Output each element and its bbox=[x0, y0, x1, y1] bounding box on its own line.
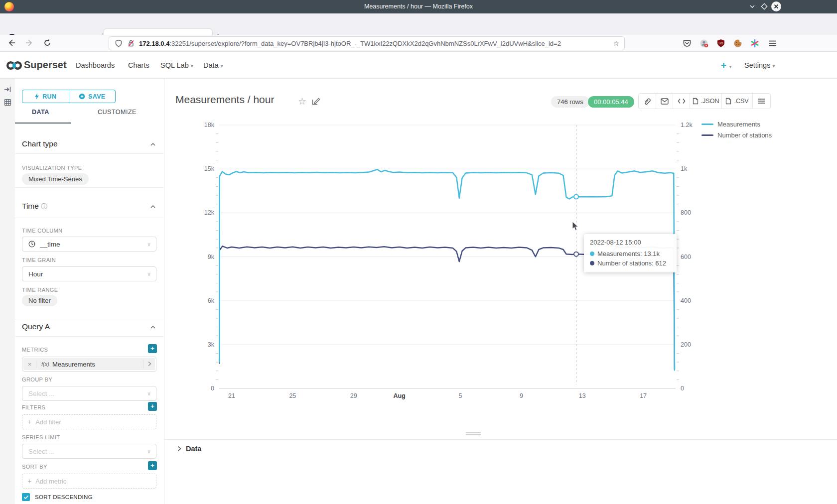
insecure-lock-icon[interactable] bbox=[127, 39, 135, 47]
svg-text:1k: 1k bbox=[681, 165, 688, 172]
svg-text:17: 17 bbox=[640, 392, 647, 399]
nav-sql-lab[interactable]: SQL Lab ▾ bbox=[160, 61, 193, 69]
tooltip-timestamp: 2022-08-12 15:00 bbox=[590, 239, 671, 246]
bookmark-star-icon[interactable]: ☆ bbox=[613, 39, 619, 47]
tab-data[interactable]: DATA bbox=[32, 109, 49, 116]
resize-drag-handle[interactable] bbox=[466, 432, 481, 436]
time-column-label: TIME COLUMN bbox=[22, 228, 62, 234]
time-column-select[interactable]: __time ∨ bbox=[22, 237, 156, 252]
svg-text:6k: 6k bbox=[208, 297, 215, 304]
superset-brand[interactable]: Superset bbox=[24, 59, 67, 71]
metric-item[interactable]: × f(x) Measurements bbox=[22, 357, 156, 372]
data-section-toggle[interactable]: Data bbox=[177, 445, 201, 453]
nav-dashboards[interactable]: Dashboards bbox=[76, 61, 115, 69]
svg-text:21: 21 bbox=[228, 392, 235, 399]
control-panel: RUN SAVE DATA CUSTOMIZE Chart type VISUA… bbox=[15, 79, 164, 504]
chevron-down-icon: ∨ bbox=[147, 390, 151, 397]
active-tab-underline bbox=[15, 123, 71, 124]
expand-panel-icon[interactable] bbox=[4, 86, 11, 93]
time-range-pill[interactable]: No filter bbox=[22, 295, 57, 306]
chevron-down-icon: ∨ bbox=[147, 271, 151, 277]
remove-metric-icon[interactable]: × bbox=[23, 361, 36, 368]
nav-charts[interactable]: Charts bbox=[128, 61, 149, 69]
chevron-down-icon: ∨ bbox=[147, 448, 151, 455]
bolt-icon bbox=[34, 93, 39, 100]
maximize-button[interactable] bbox=[759, 1, 769, 11]
add-filter-plus-button[interactable]: + bbox=[148, 402, 157, 411]
nav-data[interactable]: Data ▾ bbox=[203, 61, 223, 69]
add-metric-plus-button[interactable]: + bbox=[148, 344, 157, 353]
svg-text:29: 29 bbox=[350, 392, 357, 399]
run-save-group: RUN SAVE bbox=[22, 90, 116, 103]
group-by-select[interactable]: Select ... ∨ bbox=[22, 386, 156, 401]
info-icon: ⓘ bbox=[41, 203, 47, 210]
save-button[interactable]: SAVE bbox=[69, 90, 116, 103]
sort-descending-checkbox[interactable] bbox=[22, 493, 30, 501]
add-sort-metric-dropzone[interactable]: + Add metric bbox=[22, 474, 156, 489]
dataset-grid-icon[interactable] bbox=[4, 99, 11, 106]
svg-text:5: 5 bbox=[458, 392, 462, 399]
chevron-right-icon[interactable] bbox=[143, 360, 155, 369]
sort-descending-row: SORT DESCENDING bbox=[22, 493, 93, 501]
sort-by-label: SORT BY bbox=[22, 464, 47, 470]
svg-text:3k: 3k bbox=[208, 341, 215, 348]
cookie-extension-icon[interactable] bbox=[733, 39, 742, 48]
function-icon: f(x) bbox=[41, 361, 49, 367]
metric-name: Measurements bbox=[52, 361, 95, 368]
svg-text:13: 13 bbox=[579, 392, 586, 399]
sort-descending-label: SORT DESCENDING bbox=[35, 494, 93, 500]
chart-tooltip: 2022-08-12 15:00 Measurements: 13.1k Num… bbox=[584, 234, 677, 272]
back-button[interactable] bbox=[7, 38, 16, 49]
series-dot-icon bbox=[590, 261, 594, 265]
plus-circle-icon bbox=[79, 93, 85, 100]
time-grain-select[interactable]: Hour ∨ bbox=[22, 266, 156, 281]
add-sort-plus-button[interactable]: + bbox=[148, 461, 157, 470]
chevron-down-icon: ∨ bbox=[147, 241, 151, 248]
chevron-right-icon bbox=[177, 446, 181, 452]
series-limit-label: SERIES LIMIT bbox=[22, 434, 60, 440]
svg-text:15k: 15k bbox=[204, 165, 215, 172]
svg-text:UO: UO bbox=[719, 42, 723, 45]
add-filter-dropzone[interactable]: + Add filter bbox=[22, 414, 156, 429]
chevron-up-icon[interactable] bbox=[150, 325, 156, 329]
svg-text:1.2k: 1.2k bbox=[681, 122, 693, 128]
metrics-label: METRICS bbox=[22, 347, 48, 353]
shield-icon[interactable] bbox=[115, 39, 123, 47]
settings-menu[interactable]: Settings ▾ bbox=[744, 61, 775, 69]
group-by-label: GROUP BY bbox=[22, 377, 52, 382]
chart-area: Measurements / hour ☆ 746 rows 00:00:05.… bbox=[164, 79, 837, 504]
section-query-a[interactable]: Query A bbox=[22, 322, 50, 331]
chevron-up-icon[interactable] bbox=[150, 205, 156, 209]
plus-icon: + bbox=[27, 477, 31, 485]
minimize-button[interactable] bbox=[747, 1, 757, 11]
time-range-label: TIME RANGE bbox=[22, 287, 58, 293]
browser-toolbar: 172.18.0.4:32251/superset/explore/?form_… bbox=[0, 35, 837, 52]
pocket-icon[interactable] bbox=[683, 39, 692, 48]
add-new-button[interactable]: + ▾ bbox=[721, 60, 731, 71]
close-button[interactable] bbox=[771, 1, 781, 11]
account-extension-icon[interactable] bbox=[699, 39, 708, 48]
firefox-titlebar: Measurements / hour — Mozilla Firefox bbox=[0, 0, 837, 13]
mouse-cursor bbox=[572, 221, 579, 231]
url-input[interactable]: 172.18.0.4:32251/superset/explore/?form_… bbox=[109, 36, 625, 50]
forward-button[interactable] bbox=[25, 38, 34, 49]
menu-hamburger-icon[interactable] bbox=[768, 39, 777, 48]
tab-customize[interactable]: CUSTOMIZE bbox=[98, 109, 137, 116]
run-button[interactable]: RUN bbox=[22, 90, 69, 103]
chevron-down-icon: ▾ bbox=[221, 63, 223, 69]
svg-text:9: 9 bbox=[520, 392, 523, 399]
collapsed-datasource-strip bbox=[0, 79, 15, 504]
svg-text:18k: 18k bbox=[204, 122, 215, 128]
svg-text:9k: 9k bbox=[208, 253, 215, 260]
chart-canvas[interactable]: 03k6k9k12k15k18k02004006008001k1.2k21252… bbox=[164, 79, 837, 504]
asterisk-extension-icon[interactable] bbox=[750, 39, 759, 48]
svg-text:0: 0 bbox=[681, 385, 684, 392]
reload-button[interactable] bbox=[43, 38, 52, 49]
viz-type-pill[interactable]: Mixed Time-Series bbox=[22, 173, 89, 185]
section-chart-type[interactable]: Chart type bbox=[22, 139, 58, 148]
ublock-icon[interactable]: UO bbox=[716, 39, 725, 48]
clock-icon bbox=[28, 241, 35, 248]
section-time[interactable]: Time ⓘ bbox=[22, 202, 47, 211]
chevron-up-icon[interactable] bbox=[150, 142, 156, 146]
series-limit-select[interactable]: Select ... ∨ bbox=[22, 444, 156, 459]
